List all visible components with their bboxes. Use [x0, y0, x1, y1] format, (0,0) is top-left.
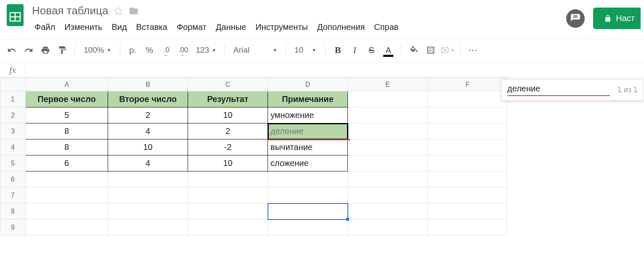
percent-button[interactable]: %	[142, 43, 157, 58]
cell[interactable]: вычитание	[268, 139, 348, 155]
comments-button[interactable]	[566, 9, 585, 28]
cell[interactable]	[348, 91, 428, 107]
cell[interactable]: 8	[26, 139, 108, 155]
cell[interactable]: 6	[26, 155, 108, 171]
fill-color-button[interactable]	[406, 43, 421, 58]
cell[interactable]	[428, 187, 508, 203]
col-header-D[interactable]: D	[268, 78, 348, 91]
borders-button[interactable]	[423, 43, 438, 58]
menu-data[interactable]: Данные	[212, 20, 250, 35]
cell[interactable]	[108, 220, 188, 236]
menu-file[interactable]: Файл	[30, 20, 59, 35]
cell[interactable]: -2	[188, 139, 268, 155]
cell[interactable]	[348, 155, 428, 171]
cell[interactable]: 4	[108, 123, 188, 139]
menu-format[interactable]: Формат	[172, 20, 211, 35]
active-cell[interactable]	[268, 203, 348, 220]
merge-button[interactable]: ▼	[440, 43, 455, 58]
cell[interactable]	[188, 171, 268, 187]
undo-button[interactable]	[4, 43, 19, 58]
select-all-corner[interactable]	[0, 78, 26, 91]
cell[interactable]	[428, 203, 508, 220]
row-header[interactable]: 7	[0, 187, 26, 203]
cell[interactable]: сложение	[268, 155, 348, 171]
row-header[interactable]: 9	[0, 220, 26, 236]
menu-insert[interactable]: Вставка	[132, 20, 172, 35]
row-header[interactable]: 4	[0, 139, 26, 155]
more-toolbar-button[interactable]: ⋯	[466, 43, 481, 58]
cell[interactable]	[428, 139, 508, 155]
formula-input[interactable]	[25, 62, 644, 77]
cell[interactable]	[188, 203, 268, 220]
cell[interactable]	[268, 187, 348, 203]
col-header-B[interactable]: B	[108, 78, 188, 91]
cell[interactable]	[188, 187, 268, 203]
cell[interactable]	[348, 187, 428, 203]
cell[interactable]	[188, 220, 268, 236]
cell[interactable]	[108, 171, 188, 187]
cell[interactable]	[428, 107, 508, 123]
cell[interactable]	[428, 91, 508, 107]
cell[interactable]: 5	[26, 107, 108, 123]
menu-tools[interactable]: Инструменты	[251, 20, 312, 35]
menu-help[interactable]: Справ	[370, 20, 403, 35]
cell[interactable]	[348, 123, 428, 139]
menu-addons[interactable]: Дополнения	[313, 20, 369, 35]
fill-handle[interactable]	[346, 218, 349, 221]
zoom-dropdown[interactable]: 100%▼	[80, 43, 115, 58]
row-header[interactable]: 3	[0, 123, 26, 139]
cell[interactable]	[348, 139, 428, 155]
share-button[interactable]: Наст	[593, 8, 641, 29]
row-header[interactable]: 2	[0, 107, 26, 123]
strikethrough-button[interactable]: S	[364, 43, 379, 58]
cell[interactable]	[26, 171, 108, 187]
cell[interactable]	[428, 155, 508, 171]
row-header[interactable]: 6	[0, 171, 26, 187]
redo-button[interactable]	[21, 43, 36, 58]
document-title[interactable]: Новая таблица	[32, 4, 108, 17]
menu-edit[interactable]: Изменить	[60, 20, 106, 35]
cell[interactable]	[428, 171, 508, 187]
font-dropdown[interactable]: Arial▼	[230, 43, 281, 58]
sheets-logo[interactable]	[3, 3, 27, 27]
number-format-dropdown[interactable]: 123▼	[193, 43, 220, 58]
cell[interactable]	[348, 107, 428, 123]
cell[interactable]	[428, 123, 508, 139]
print-button[interactable]	[38, 43, 53, 58]
col-header-A[interactable]: A	[26, 78, 108, 91]
currency-button[interactable]: р.	[125, 43, 140, 58]
paint-format-button[interactable]	[55, 43, 70, 58]
cell[interactable]: 10	[188, 155, 268, 171]
cell[interactable]	[26, 203, 108, 220]
table-header[interactable]: Примечание	[268, 91, 348, 107]
cell[interactable]: 8	[26, 123, 108, 139]
bold-button[interactable]: B	[330, 43, 345, 58]
cell[interactable]	[268, 171, 348, 187]
cell[interactable]: 10	[188, 107, 268, 123]
italic-button[interactable]: I	[347, 43, 362, 58]
find-input[interactable]	[507, 84, 610, 96]
table-header[interactable]: Второе число	[108, 91, 188, 107]
cell[interactable]: 10	[108, 139, 188, 155]
star-icon[interactable]	[113, 6, 123, 16]
cell[interactable]: умножение	[268, 107, 348, 123]
cell[interactable]: 2	[108, 107, 188, 123]
cell[interactable]	[108, 187, 188, 203]
table-header[interactable]: Первое число	[26, 91, 108, 107]
text-color-button[interactable]: A	[381, 43, 396, 58]
row-header[interactable]: 1	[0, 91, 26, 107]
cell[interactable]	[26, 187, 108, 203]
col-header-E[interactable]: E	[348, 78, 428, 91]
font-size-dropdown[interactable]: 10▼	[291, 43, 320, 58]
cell[interactable]: 2	[188, 123, 268, 139]
folder-icon[interactable]	[128, 6, 139, 16]
row-header[interactable]: 8	[0, 203, 26, 220]
cell[interactable]	[108, 203, 188, 220]
table-header[interactable]: Результат	[188, 91, 268, 107]
row-header[interactable]: 5	[0, 155, 26, 171]
cell[interactable]	[268, 220, 348, 236]
decrease-decimal-button[interactable]: .0←	[159, 43, 174, 58]
menu-view[interactable]: Вид	[107, 20, 131, 35]
cell[interactable]: 4	[108, 155, 188, 171]
found-cell[interactable]: деление	[268, 123, 348, 139]
